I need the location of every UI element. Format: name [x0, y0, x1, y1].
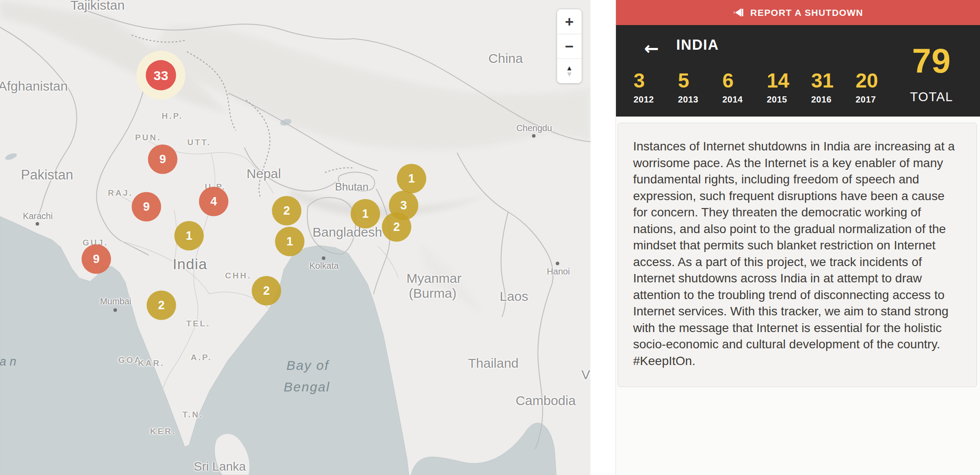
- year-count: 5: [678, 70, 722, 91]
- back-button[interactable]: ←: [641, 39, 662, 58]
- cluster-marker[interactable]: 4: [199, 187, 229, 216]
- country-label: (Burma): [409, 286, 456, 301]
- map-canvas[interactable]: TajikistanAfghanistanPakistanChinaNepalB…: [0, 0, 590, 475]
- country-label: Sri Lanka: [194, 460, 246, 474]
- year-count: 6: [722, 70, 767, 91]
- country-label: Pakistan: [21, 167, 73, 183]
- city-dot: [556, 262, 559, 265]
- state-label: KER.: [150, 427, 176, 436]
- country-label: Nepal: [247, 166, 281, 181]
- country-label: Cambodia: [516, 393, 576, 408]
- cluster-marker[interactable]: 2: [272, 196, 302, 226]
- country-header: ← INDIA 3 2012 5 2013 6 2014 14 2015: [616, 25, 980, 117]
- year-label: 2012: [634, 95, 678, 105]
- country-label: Afghanistan: [0, 79, 68, 94]
- total-label: TOTAL: [910, 90, 953, 104]
- year-stat: 14 2015: [767, 70, 811, 105]
- year-stat: 3 2012: [634, 70, 678, 105]
- state-label: CHH.: [225, 271, 251, 281]
- state-label: RAJ.: [108, 188, 133, 198]
- report-shutdown-button[interactable]: REPORT A SHUTDOWN: [616, 0, 980, 25]
- page: TajikistanAfghanistanPakistanChinaNepalB…: [0, 0, 980, 475]
- megaphone-icon: [733, 7, 745, 18]
- sea-label: an: [0, 355, 20, 369]
- city-label: Hanoi: [547, 267, 570, 277]
- cluster-marker[interactable]: 9: [82, 245, 111, 274]
- state-label: UTT.: [187, 138, 211, 147]
- city-label: Mumbai: [100, 296, 131, 307]
- state-label: A.P.: [191, 353, 212, 362]
- year-label: 2013: [678, 95, 722, 105]
- year-count: 20: [856, 70, 900, 91]
- year-label: 2016: [811, 95, 856, 105]
- country-label: India: [173, 256, 208, 273]
- zoom-out-button[interactable]: −: [557, 34, 582, 58]
- total-stat: 79 TOTAL: [910, 44, 953, 104]
- cluster-marker[interactable]: 1: [275, 227, 305, 256]
- state-label: KAR.: [138, 358, 164, 368]
- country-label: Myanmar: [406, 271, 461, 286]
- city-dot: [113, 308, 117, 312]
- country-label: Thailand: [468, 356, 518, 371]
- country-label: Vietnam: [581, 367, 590, 382]
- city-label: Kolkata: [310, 261, 339, 271]
- country-label: Laos: [499, 289, 528, 304]
- sidebar-panel: REPORT A SHUTDOWN ← INDIA 3 2012 5 2013 …: [616, 0, 980, 475]
- state-label: PUN.: [135, 133, 161, 142]
- country-label: Tajikistan: [70, 0, 124, 13]
- cluster-marker[interactable]: 33: [146, 60, 176, 91]
- city-label: Chengdu: [516, 123, 552, 133]
- year-count: 31: [811, 70, 856, 91]
- year-count: 3: [634, 70, 678, 91]
- city-label: Bhutan: [335, 181, 368, 193]
- city-label: Karachi: [23, 211, 53, 221]
- page-title: INDIA: [676, 37, 719, 53]
- city-dot: [36, 222, 39, 226]
- zoom-in-button[interactable]: +: [557, 9, 582, 34]
- year-label: 2015: [767, 95, 811, 105]
- state-label: H.P.: [162, 111, 183, 121]
- city-dot: [532, 134, 536, 138]
- city-dot: [322, 256, 325, 260]
- pitch-down-icon: ▼: [566, 71, 573, 77]
- map-zoom-control: + − ▲ ▼: [557, 9, 582, 84]
- description-text: Instances of Internet shutdowns in India…: [633, 138, 962, 369]
- sea-label: Bay of: [286, 358, 329, 373]
- year-label: 2017: [856, 95, 900, 105]
- cluster-marker[interactable]: 2: [382, 212, 412, 242]
- cluster-marker[interactable]: 1: [175, 221, 204, 251]
- state-label: TEL.: [186, 319, 210, 329]
- year-count: 14: [767, 70, 811, 91]
- year-stat: 20 2017: [856, 70, 900, 105]
- cluster-marker[interactable]: 1: [351, 199, 380, 229]
- cluster-marker[interactable]: 2: [252, 276, 281, 306]
- cluster-marker[interactable]: 9: [132, 192, 161, 222]
- cluster-marker[interactable]: 2: [147, 291, 176, 320]
- cluster-marker[interactable]: 9: [148, 145, 178, 174]
- pitch-toggle-button[interactable]: ▲ ▼: [557, 58, 582, 83]
- total-count: 79: [910, 44, 953, 78]
- year-stat: 5 2013: [678, 70, 722, 105]
- report-shutdown-label: REPORT A SHUTDOWN: [750, 7, 863, 18]
- year-stats: 3 2012 5 2013 6 2014 14 2015 31 2016: [634, 70, 900, 105]
- year-stat: 6 2014: [722, 70, 767, 105]
- year-label: 2014: [722, 95, 767, 105]
- year-stat: 31 2016: [811, 70, 856, 105]
- sea-label: Bengal: [284, 380, 330, 395]
- state-label: T.N.: [182, 410, 204, 420]
- country-label: China: [488, 51, 523, 66]
- description-card: Instances of Internet shutdowns in India…: [618, 123, 977, 387]
- cluster-marker[interactable]: 1: [397, 164, 426, 194]
